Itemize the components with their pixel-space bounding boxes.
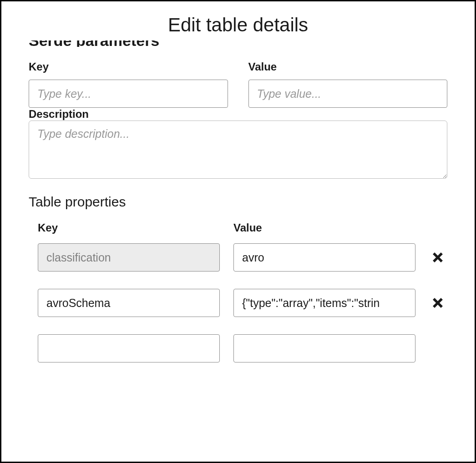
serde-key-input[interactable] bbox=[29, 80, 228, 108]
serde-value-input[interactable] bbox=[248, 80, 448, 108]
prop-key-input[interactable] bbox=[38, 334, 220, 362]
table-row bbox=[38, 243, 447, 272]
close-icon bbox=[431, 296, 445, 310]
table-row bbox=[38, 334, 447, 362]
props-value-header: Value bbox=[233, 221, 415, 234]
serde-key-label: Key bbox=[29, 60, 228, 73]
table-row bbox=[38, 289, 447, 317]
table-properties-heading: Table properties bbox=[29, 194, 447, 210]
partial-section-heading: Serde parameters bbox=[29, 40, 447, 47]
description-label: Description bbox=[29, 108, 89, 120]
props-key-header: Key bbox=[38, 221, 220, 234]
prop-value-input[interactable] bbox=[233, 243, 415, 272]
close-icon bbox=[431, 251, 445, 264]
delete-row-button[interactable] bbox=[429, 294, 446, 312]
description-textarea[interactable] bbox=[29, 121, 447, 179]
serde-value-label: Value bbox=[248, 60, 448, 73]
prop-key-input[interactable] bbox=[38, 243, 220, 272]
dialog-title: Edit table details bbox=[29, 1, 447, 40]
prop-value-input[interactable] bbox=[233, 289, 415, 317]
prop-value-input[interactable] bbox=[233, 334, 415, 362]
prop-key-input[interactable] bbox=[38, 289, 220, 317]
delete-row-button[interactable] bbox=[429, 249, 446, 266]
